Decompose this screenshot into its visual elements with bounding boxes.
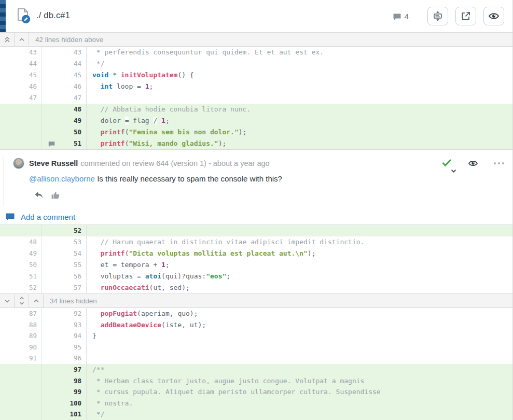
code-line[interactable]: 99 * cursus pupula. Aliquet diam peristo… — [0, 386, 512, 398]
modified-file-icon — [16, 8, 31, 24]
file-comment-count: 4 — [393, 11, 409, 21]
code-line[interactable]: 9196 — [0, 353, 512, 364]
old-line-number — [0, 138, 41, 149]
code-text: int loop = 1; — [87, 81, 512, 92]
old-line-number — [0, 225, 41, 236]
chevron-down-icon — [3, 296, 12, 305]
old-line-number: 51 — [0, 271, 41, 282]
code-token-plain: (ut, sed); — [149, 284, 190, 291]
code-token-plain — [92, 139, 101, 147]
code-line[interactable]: 4646 int loop = 1; — [0, 81, 512, 92]
line-number-value: 57 — [74, 284, 81, 291]
code-token-plain: } — [92, 332, 96, 340]
code-line[interactable]: 101 */ — [0, 409, 512, 420]
code-token-str: "Dicta voluptas mollitia est placeat aut… — [129, 249, 307, 257]
code-line[interactable]: 97/** — [0, 364, 512, 375]
code-line[interactable]: 100 * nostra. — [0, 398, 512, 409]
code-line[interactable]: 5055 et = tempora + 1; — [0, 259, 512, 271]
expand-diff-icon — [432, 10, 443, 22]
code-line[interactable]: 49 dolor = flag / 1; — [0, 115, 512, 127]
external-link-icon — [461, 11, 471, 21]
comment-count-value: 4 — [405, 12, 409, 21]
code-token-plain: loop = — [113, 82, 145, 90]
code-line[interactable]: 8792 popFugiat(aperiam, quo); — [0, 308, 512, 319]
avatar[interactable] — [13, 158, 24, 169]
code-token-plain: * — [108, 71, 120, 79]
file-title: ./ db.c#1 — [36, 10, 70, 20]
comment-author: Steve Russell — [29, 159, 78, 167]
code-text: printf("Wisi, mando gladius."); — [87, 138, 512, 149]
code-text — [87, 92, 512, 104]
code-line[interactable]: 8994} — [0, 330, 512, 342]
code-line[interactable]: 98 * Herbam class tortor justo, augue ju… — [0, 375, 512, 387]
new-line-number: 96 — [41, 353, 87, 364]
code-line[interactable]: 4747 — [0, 92, 512, 104]
code-text: // Abbatia hodie conubia litora nunc. — [87, 104, 512, 115]
open-in-new-window-button[interactable] — [455, 7, 476, 25]
new-line-number: 57 — [41, 282, 87, 293]
new-line-number: 50 — [41, 127, 87, 138]
line-number-value: 99 — [74, 388, 81, 396]
line-number-value: 48 — [74, 105, 81, 113]
new-line-number: 47 — [41, 92, 87, 104]
code-text: popFugiat(aperiam, quo); — [87, 308, 512, 319]
resolve-comment-control[interactable] — [441, 158, 452, 169]
code-token-num: 1 — [145, 82, 149, 90]
code-line[interactable]: 4954 printf("Dicta voluptas mollitia est… — [0, 248, 512, 259]
expand-all-above-button[interactable] — [0, 33, 15, 46]
comment-bubble-icon — [393, 12, 401, 21]
thumbs-up-icon[interactable] — [50, 191, 61, 200]
line-number-value: 101 — [70, 410, 81, 418]
old-line-number — [0, 104, 41, 115]
code-line[interactable]: 8893 addBeataeDevice(iste, ut); — [0, 319, 512, 331]
code-line[interactable]: 50 printf("Femina sem bis non dolor."); — [0, 127, 512, 138]
code-line[interactable]: 5257 runOccaecati(ut, sed); — [0, 282, 512, 293]
add-comment-link[interactable]: Add a comment — [5, 213, 512, 221]
code-token-comment: * cursus pupula. Aliquet diam peristo ul… — [92, 388, 381, 396]
watch-file-button[interactable] — [483, 7, 504, 25]
code-token-plain — [92, 249, 101, 257]
code-line[interactable]: 51 printf("Wisi, mando gladius."); — [0, 138, 512, 149]
expand-all-hidden-button[interactable] — [15, 294, 29, 307]
code-token-plain: ); — [308, 249, 316, 257]
hidden-lines-bar-above: 42 lines hidden above — [0, 32, 512, 47]
reply-icon[interactable] — [34, 191, 44, 199]
code-token-comment: * Herbam class tortor justo, augue justo… — [92, 377, 364, 385]
code-line[interactable]: 4444 */ — [0, 58, 512, 69]
expand-some-above-button[interactable] — [15, 33, 29, 46]
code-text: // Harum quaerat in distinctio vitae adi… — [87, 236, 512, 248]
expand-collapse-diff-button[interactable] — [427, 7, 448, 25]
unfold-icon — [17, 296, 26, 306]
code-line[interactable]: 4853 // Harum quaerat in distinctio vita… — [0, 236, 512, 248]
line-comment-marker[interactable] — [48, 140, 56, 151]
hidden-lines-label: 34 lines hidden — [44, 297, 97, 305]
code-line[interactable]: 48 // Abbatia hodie conubia litora nunc. — [0, 104, 512, 115]
code-line[interactable]: 52 — [0, 225, 512, 236]
code-line[interactable]: 4343 * perferendis consequuntur qui quid… — [0, 47, 512, 58]
code-text: */ — [87, 58, 512, 69]
chevron-up-icon — [17, 35, 26, 44]
code-line[interactable]: 5156 voluptas = atoi(qui)?quas:"eos"; — [0, 271, 512, 282]
code-line[interactable]: 4545void * initVoluptatem() { — [0, 69, 512, 81]
code-token-plain: et = tempora + — [92, 261, 161, 269]
old-line-number: 47 — [0, 92, 41, 104]
code-token-str2: "eos" — [206, 272, 226, 280]
code-token-plain: ; — [165, 261, 170, 269]
watch-thread-eye-icon[interactable] — [468, 159, 478, 167]
line-number-value: 94 — [74, 332, 81, 340]
new-line-number: 55 — [41, 259, 87, 271]
add-comment-label: Add a comment — [21, 213, 75, 221]
expand-below-button[interactable] — [0, 294, 15, 307]
expand-above-button[interactable] — [29, 294, 44, 307]
mention-link[interactable]: @allison.clayborne — [29, 174, 95, 183]
code-token-plain: ); — [218, 139, 227, 147]
new-line-number: 98 — [41, 375, 87, 387]
comment-marker-icon[interactable] — [48, 141, 56, 148]
line-number-value: 53 — [74, 238, 81, 246]
code-token-fn: runOccaecati — [101, 284, 149, 291]
file-header: ./ db.c#1 4 — [0, 0, 512, 32]
old-line-number — [0, 115, 41, 127]
chevron-up-icon — [32, 296, 41, 305]
code-line[interactable]: 9095 — [0, 342, 512, 353]
more-actions-icon[interactable] — [494, 162, 504, 164]
